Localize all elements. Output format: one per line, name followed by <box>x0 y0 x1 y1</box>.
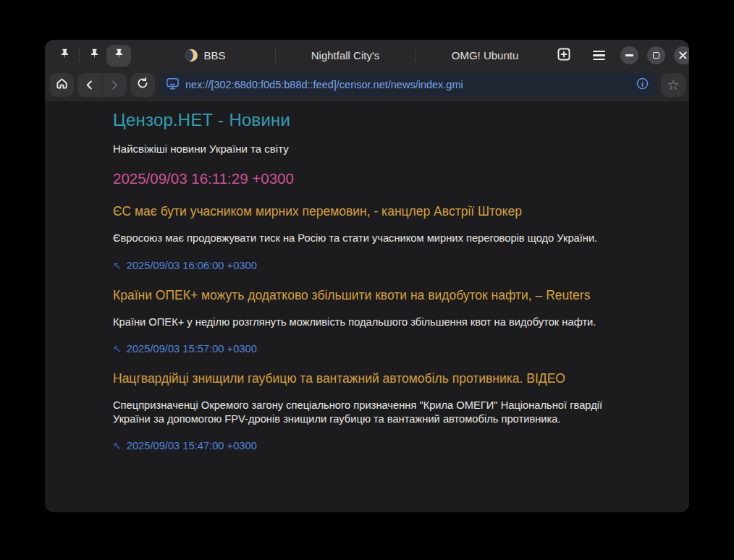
page-content: Цензор.НЕТ - Новини Найсвіжіші новини Ук… <box>45 101 689 512</box>
minimize-button[interactable] <box>620 46 638 64</box>
news-article: Нацгвардійці знищили гаубицю та вантажни… <box>113 371 660 451</box>
tab-label: Nightfall City's <box>311 49 380 61</box>
article-link-label: 2025/09/03 16:06:00 +0300 <box>127 260 257 271</box>
browser-window: BBS Nightfall City's OMG! Ubuntu <box>45 40 689 512</box>
moon-icon <box>185 49 198 61</box>
tab-divider <box>79 48 80 63</box>
article-summary: Спецпризначенці Окремого загону спеціаль… <box>113 399 605 425</box>
home-icon <box>55 77 69 93</box>
tab-omg-ubuntu[interactable]: OMG! Ubuntu <box>418 40 552 71</box>
pinned-tab-2[interactable] <box>82 45 106 67</box>
menu-button[interactable] <box>587 44 610 67</box>
new-tab-icon <box>557 48 570 64</box>
tab-divider <box>415 48 415 63</box>
tab-bbs[interactable]: BBS <box>138 40 273 71</box>
tab-label: BBS <box>203 49 225 61</box>
reload-button[interactable] <box>130 73 155 97</box>
url-input[interactable] <box>185 79 630 90</box>
address-bar[interactable] <box>159 73 657 96</box>
article-heading: ЄС має бути учасником мирних перемовин, … <box>113 204 660 219</box>
hamburger-icon <box>593 51 605 60</box>
tab-bar: BBS Nightfall City's OMG! Ubuntu <box>45 40 689 71</box>
close-button[interactable] <box>674 46 689 64</box>
nw-arrow-icon: ↖ <box>113 260 122 271</box>
pinned-tab-1[interactable] <box>52 45 77 67</box>
article-heading: Нацгвардійці знищили гаубицю та вантажни… <box>113 371 660 386</box>
maximize-button[interactable] <box>647 46 665 64</box>
news-article: Країни ОПЕК+ можуть додатково збільшити … <box>113 288 660 355</box>
article-link-label: 2025/09/03 15:47:00 +0300 <box>127 440 257 451</box>
tab-divider <box>275 48 276 63</box>
star-icon: ☆ <box>667 78 679 92</box>
feed-updated-timestamp: 2025/09/03 16:11:29 +0300 <box>113 170 660 187</box>
tab-label: OMG! Ubuntu <box>452 49 519 61</box>
nw-arrow-icon: ↖ <box>113 343 122 355</box>
new-tab-button[interactable] <box>552 44 575 67</box>
close-icon <box>679 49 687 62</box>
article-summary: Країни ОПЕК+ у неділю розглянуть можливі… <box>113 315 605 329</box>
tab-nightfall-citys[interactable]: Nightfall City's <box>278 40 413 71</box>
page-tagline: Найсвіжіші новини України та світу <box>113 143 660 155</box>
navigation-bar: ☆ <box>45 71 689 101</box>
minimize-icon <box>625 54 633 56</box>
maximize-icon <box>653 52 659 59</box>
article-link[interactable]: ↖ 2025/09/03 16:06:00 +0300 <box>113 260 257 271</box>
pin-icon <box>89 48 100 63</box>
back-button[interactable] <box>77 73 102 97</box>
nw-arrow-icon: ↖ <box>113 440 122 451</box>
article-summary: Євросоюз має продовжувати тиск на Росію … <box>113 232 605 245</box>
page-title: Цензор.НЕТ - Новини <box>113 110 660 130</box>
page-info-icon[interactable] <box>636 77 649 93</box>
article-link[interactable]: ↖ 2025/09/03 15:57:00 +0300 <box>113 343 257 355</box>
article-heading: Країни ОПЕК+ можуть додатково збільшити … <box>113 288 660 303</box>
home-button[interactable] <box>49 73 74 97</box>
article-link[interactable]: ↖ 2025/09/03 15:47:00 +0300 <box>113 440 257 451</box>
window-controls <box>620 46 689 64</box>
pin-icon <box>59 48 70 63</box>
pinned-tab-3-active[interactable] <box>106 45 131 67</box>
forward-button-disabled[interactable] <box>102 73 127 97</box>
reload-icon <box>136 77 149 93</box>
news-article: ЄС має бути учасником мирних перемовин, … <box>113 204 660 271</box>
bookmark-button[interactable]: ☆ <box>661 73 686 97</box>
pin-icon <box>114 48 125 63</box>
history-buttons <box>77 73 127 97</box>
site-monitor-icon <box>166 77 180 93</box>
article-link-label: 2025/09/03 15:57:00 +0300 <box>127 343 257 355</box>
